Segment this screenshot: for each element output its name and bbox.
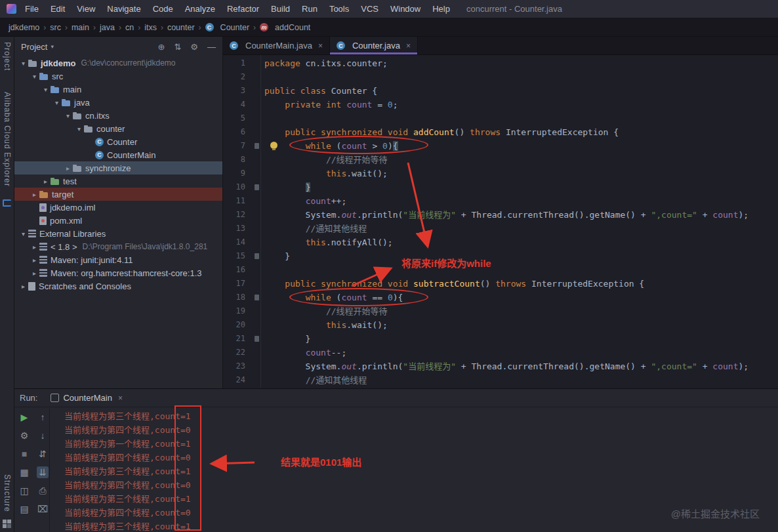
customize-button[interactable]: ⚙ — [18, 430, 30, 441]
tree-item-counter[interactable]: CCounter — [14, 135, 222, 148]
menu-vcs[interactable]: VCS — [355, 0, 384, 18]
chevron-down-icon[interactable]: ▾ — [74, 125, 84, 133]
print-button[interactable]: ⎙ — [37, 485, 49, 497]
code-text: count--; — [264, 346, 346, 359]
tree-item-test[interactable]: ▸test — [14, 174, 222, 188]
fold-marker-icon[interactable] — [255, 253, 259, 259]
breadcrumb-item-main[interactable]: main — [71, 23, 90, 32]
fold-marker-icon[interactable] — [255, 336, 259, 342]
locate-icon[interactable]: ⊕ — [158, 42, 165, 52]
tree-item-counter[interactable]: ▾counter — [14, 122, 222, 135]
lib-icon — [39, 256, 47, 264]
tree-item-pom-xml[interactable]: pom.xml — [14, 214, 222, 227]
tree-item-1-8[interactable]: ▸< 1.8 >D:\Program Files\Java\jdk1.8.0_2… — [14, 240, 222, 253]
tree-item-java[interactable]: ▾java — [14, 96, 222, 109]
chevron-right-icon[interactable]: ▸ — [30, 270, 39, 277]
menu-analyze[interactable]: Analyze — [179, 0, 221, 18]
breadcrumb-item-java[interactable]: java — [99, 23, 115, 32]
editor-tab-countermain-java[interactable]: CCounterMain.java× — [223, 37, 330, 54]
tree-item-main[interactable]: ▾main — [14, 83, 222, 96]
tool-windows-grid-icon[interactable] — [3, 520, 11, 528]
breadcrumb-item-addcount[interactable]: maddCount — [259, 23, 311, 32]
chevron-down-icon[interactable]: ▾ — [63, 112, 73, 119]
code-text: System.out.println("当前线程为" + Thread.curr… — [264, 208, 748, 222]
menu-navigate[interactable]: Navigate — [101, 0, 146, 18]
layout-settings-button[interactable]: ▤ — [18, 503, 30, 515]
class-icon: C — [230, 41, 238, 50]
chevron-down-icon[interactable]: ▾ — [52, 99, 62, 106]
tool-button-alibaba-cloud-explorer[interactable]: Alibaba Cloud Explorer — [3, 92, 12, 187]
stop-button[interactable]: ■ — [18, 448, 30, 460]
close-icon[interactable]: × — [406, 41, 411, 51]
tree-item-countermain[interactable]: CCounterMain — [14, 148, 222, 161]
tree-item-label: pom.xml — [50, 216, 82, 226]
alibaba-cloud-icon[interactable] — [3, 199, 11, 207]
tree-item-src[interactable]: ▾src — [14, 70, 222, 83]
menu-window[interactable]: Window — [384, 0, 426, 18]
tool-button-project[interactable]: Project — [3, 42, 12, 71]
editor-tab-counter-java[interactable]: CCounter.java× — [330, 37, 418, 54]
chevron-right-icon[interactable]: ▸ — [30, 256, 39, 264]
dump-threads-button[interactable]: ▦ — [18, 466, 30, 478]
soft-wrap-button[interactable]: ⇵ — [37, 448, 49, 460]
breadcrumb-item-src[interactable]: src — [49, 23, 62, 32]
chevron-down-icon[interactable]: ▾ — [18, 230, 28, 237]
settings-gear-icon[interactable]: ⚙ — [190, 42, 198, 52]
breadcrumb-label: addCount — [275, 23, 310, 32]
chevron-right-icon[interactable]: ▸ — [63, 165, 73, 172]
menu-edit[interactable]: Edit — [45, 0, 71, 18]
menu-tools[interactable]: Tools — [323, 0, 355, 18]
tree-item-maven-org-hamcrest-hamcrest-core-1-3[interactable]: ▸Maven: org.hamcrest:hamcrest-core:1.3 — [14, 266, 222, 279]
close-icon[interactable]: × — [318, 41, 323, 51]
menu-file[interactable]: File — [19, 0, 45, 18]
chevron-down-icon[interactable]: ▾ — [18, 60, 28, 67]
scroll-to-end-button[interactable]: ⇊ — [37, 466, 49, 478]
close-icon[interactable]: × — [118, 394, 123, 403]
breadcrumb-item-jdkdemo[interactable]: jdkdemo — [8, 23, 40, 32]
next-occurrence-button[interactable]: ↓ — [37, 430, 49, 441]
rerun-button[interactable]: ▶ — [18, 411, 30, 423]
run-console-output[interactable]: 当前线程为第三个线程,count=1当前线程为第四个线程,count=0当前线程… — [49, 409, 778, 532]
breadcrumb-separator: › — [195, 23, 205, 32]
breadcrumb-item-cn[interactable]: cn — [125, 23, 134, 32]
menu-refactor[interactable]: Refactor — [221, 0, 265, 18]
tree-item-jdkdemo-iml[interactable]: jdkdemo.iml — [14, 201, 222, 214]
run-panel-header: Run: CounterMain × — [14, 389, 778, 407]
project-view-selector[interactable]: Project — [21, 42, 47, 52]
tree-item-maven-junit-junit-4-11[interactable]: ▸Maven: junit:junit:4.11 — [14, 253, 222, 266]
tree-item-target[interactable]: ▸target — [14, 188, 222, 201]
fold-marker-icon[interactable] — [255, 184, 259, 190]
chevron-down-icon[interactable]: ▾ — [51, 43, 54, 50]
chevron-right-icon[interactable]: ▸ — [18, 283, 28, 290]
menu-run[interactable]: Run — [296, 0, 323, 18]
run-tab-countermain[interactable]: CounterMain × — [45, 389, 127, 407]
breadcrumb-label: src — [50, 23, 61, 32]
fold-marker-icon[interactable] — [255, 143, 259, 149]
chevron-right-icon[interactable]: ▸ — [30, 243, 39, 251]
tree-item-scratches-and-consoles[interactable]: ▸Scratches and Consoles — [14, 279, 222, 293]
breadcrumb-item-counter[interactable]: CCounter — [205, 23, 250, 32]
chevron-right-icon[interactable]: ▸ — [30, 191, 39, 198]
chevron-down-icon[interactable]: ▾ — [30, 73, 39, 80]
restore-layout-button[interactable]: ◫ — [18, 485, 30, 497]
code-editor[interactable]: 1package cn.itxs.counter;23public class … — [223, 55, 778, 388]
menu-help[interactable]: Help — [426, 0, 456, 18]
line-number: 6 — [223, 125, 245, 139]
menu-code[interactable]: Code — [147, 0, 179, 18]
tree-item-synchronize[interactable]: ▸synchronize — [14, 161, 222, 174]
breadcrumb-item-counter[interactable]: counter — [167, 23, 195, 32]
breadcrumb-item-itxs[interactable]: itxs — [144, 23, 157, 32]
chevron-right-icon[interactable]: ▸ — [41, 178, 51, 185]
prev-occurrence-button[interactable]: ↑ — [37, 411, 49, 423]
clear-all-button[interactable]: ⌧ — [37, 503, 49, 515]
tree-item-jdkdemo[interactable]: ▾jdkdemoG:\dev\concurrent\jdkdemo — [14, 56, 222, 70]
hide-panel-icon[interactable]: — — [207, 42, 216, 52]
tree-item-external-libraries[interactable]: ▾External Libraries — [14, 227, 222, 240]
chevron-down-icon[interactable]: ▾ — [41, 86, 51, 93]
tool-button-structure[interactable]: Structure — [3, 474, 12, 512]
menu-view[interactable]: View — [71, 0, 101, 18]
tree-item-cn-itxs[interactable]: ▾cn.itxs — [14, 109, 222, 122]
menu-build[interactable]: Build — [265, 0, 296, 18]
collapse-all-icon[interactable]: ⇅ — [174, 42, 181, 52]
fold-marker-icon[interactable] — [255, 295, 259, 300]
